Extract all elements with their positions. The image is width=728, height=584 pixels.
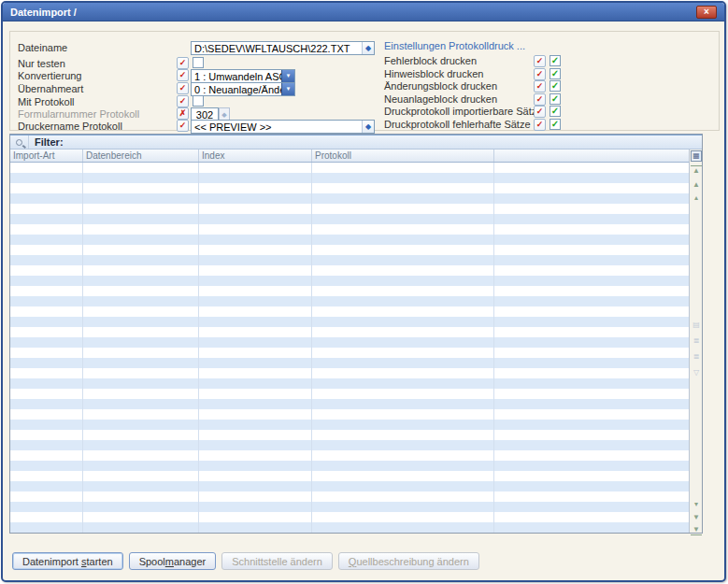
scroll-to-top-icon[interactable]: ▲ xyxy=(691,165,702,177)
grid-row[interactable] xyxy=(10,163,690,173)
column-header[interactable]: Import-Art xyxy=(10,150,83,162)
modified-check-icon[interactable]: ✓ xyxy=(177,82,189,94)
grid-cell xyxy=(494,306,690,317)
grid-row[interactable] xyxy=(10,378,690,389)
printer-picker-icon[interactable]: ◆ xyxy=(362,121,374,133)
nur-testen-label: Nur testen xyxy=(18,58,65,69)
grid-row[interactable] xyxy=(10,481,690,491)
protokolldruck-checkbox[interactable]: ✓ xyxy=(550,119,561,130)
search-icon[interactable] xyxy=(10,135,29,149)
row-down-icon[interactable]: ▾ xyxy=(691,499,702,510)
grid-row[interactable] xyxy=(10,368,690,378)
list-icon[interactable]: ≣ xyxy=(691,351,702,363)
column-header[interactable]: Protokoll xyxy=(312,150,494,162)
protokolldruck-checkbox[interactable]: ✓ xyxy=(550,93,561,105)
row-up-icon[interactable]: ▴ xyxy=(691,192,702,204)
modified-check-icon[interactable]: ✓ xyxy=(534,55,546,67)
grid-row[interactable] xyxy=(10,420,690,430)
grid-row[interactable] xyxy=(10,502,690,512)
column-header[interactable]: Datenbereich xyxy=(83,150,199,162)
datenimport-starten-button[interactable]: Datenimport starten xyxy=(12,552,123,570)
protokolldruck-checkbox[interactable]: ✓ xyxy=(550,106,561,117)
modified-check-icon[interactable]: ✓ xyxy=(177,120,189,132)
modified-check-icon[interactable]: ✓ xyxy=(177,57,189,69)
protokolldruck-checkbox[interactable]: ✓ xyxy=(550,80,561,92)
grid-row[interactable] xyxy=(10,440,690,450)
grid-row[interactable] xyxy=(10,389,690,399)
grid-row[interactable] xyxy=(10,214,690,224)
scroll-up-icon[interactable]: ▲ xyxy=(691,179,702,191)
grid-row[interactable] xyxy=(10,512,690,522)
modified-check-icon[interactable]: ✓ xyxy=(177,69,189,81)
grid-row[interactable] xyxy=(10,450,690,461)
grid-row[interactable] xyxy=(10,265,690,276)
grid-row[interactable] xyxy=(10,348,690,358)
grid-row[interactable] xyxy=(10,183,690,193)
close-icon[interactable]: × xyxy=(696,6,717,19)
column-header[interactable] xyxy=(494,150,690,162)
grid-row[interactable] xyxy=(10,286,690,296)
filter-funnel-icon[interactable]: ▽ xyxy=(691,367,702,378)
modified-check-icon[interactable]: ✓ xyxy=(534,106,546,118)
protokolldruck-checkbox[interactable]: ✓ xyxy=(550,68,561,79)
dateiname-input[interactable]: D:\SEDEV\WFLTAUSCH\222.TXT ◆ xyxy=(191,41,375,55)
chevron-down-icon[interactable]: ▼ xyxy=(281,70,294,82)
uebernahmeart-dropdown[interactable]: 0 : Neuanlage/Änderung ▼ xyxy=(191,82,295,96)
grid-cell xyxy=(83,430,199,440)
grid-cell xyxy=(494,317,690,327)
grid-row[interactable] xyxy=(10,522,690,533)
grid-row[interactable] xyxy=(10,337,690,348)
grid-row[interactable] xyxy=(10,296,690,306)
file-picker-icon[interactable]: ◆ xyxy=(362,42,374,54)
protokolldruck-option-label: Hinweisblock drucken xyxy=(384,68,483,79)
chevron-down-icon[interactable]: ▼ xyxy=(281,83,294,95)
modified-check-icon[interactable]: ✓ xyxy=(534,80,546,93)
schnittstelle-aendern-button[interactable]: Schnittstelle ändern xyxy=(221,552,333,570)
grid-row[interactable] xyxy=(10,471,690,481)
grid-cell xyxy=(83,235,199,245)
protokolldruck-checkbox[interactable]: ✓ xyxy=(550,55,561,66)
view-rows-icon[interactable]: ▤ xyxy=(691,320,702,331)
grid-row[interactable] xyxy=(10,245,690,255)
druckername-dropdown[interactable]: << PREVIEW >> ◆ xyxy=(191,120,375,134)
grid-cell xyxy=(312,163,494,173)
grid-row[interactable] xyxy=(10,235,690,245)
grid-row[interactable] xyxy=(10,327,690,337)
search-rows-icon[interactable]: ≣ xyxy=(691,335,702,347)
grid-cell xyxy=(83,337,199,348)
grid-row[interactable] xyxy=(10,461,690,471)
spoolmanager-button[interactable]: Spoolmanager xyxy=(129,552,217,570)
grid-cell xyxy=(494,430,690,440)
grid-cell xyxy=(494,255,690,265)
grid-row[interactable] xyxy=(10,204,690,214)
grid-row[interactable] xyxy=(10,399,690,409)
nur-testen-checkbox[interactable] xyxy=(193,57,204,68)
grid-row[interactable] xyxy=(10,276,690,286)
modified-check-icon[interactable]: ✓ xyxy=(534,93,546,106)
grid-cell xyxy=(10,276,83,286)
grid-row[interactable] xyxy=(10,224,690,235)
grid-row[interactable] xyxy=(10,255,690,265)
grid-row[interactable] xyxy=(10,358,690,368)
uebernahmeart-row: Übernahmeart ✓ 0 : Neuanlage/Änderung ▼ xyxy=(10,82,384,96)
grid-row[interactable] xyxy=(10,173,690,183)
scroll-to-bottom-icon[interactable]: ▼ xyxy=(691,524,702,535)
quellbeschreibung-aendern-button[interactable]: Quellbeschreibung ändern xyxy=(338,552,479,570)
modified-check-icon[interactable]: ✓ xyxy=(177,95,189,107)
grid-row[interactable] xyxy=(10,491,690,502)
grid-row[interactable] xyxy=(10,306,690,317)
column-header[interactable]: Index xyxy=(199,150,312,162)
mit-protokoll-checkbox[interactable] xyxy=(193,95,204,107)
grid-row[interactable] xyxy=(10,317,690,327)
grid-row[interactable] xyxy=(10,430,690,440)
modified-cross-icon[interactable]: ✗ xyxy=(177,107,189,120)
modified-check-icon[interactable]: ✓ xyxy=(534,119,546,131)
grid-row[interactable] xyxy=(10,409,690,420)
grid-cell xyxy=(312,491,494,502)
konvertierung-dropdown[interactable]: 1 : Umwandeln ASCII/ANSI ▼ xyxy=(191,69,295,83)
grid-row[interactable] xyxy=(10,193,690,204)
grid-cell xyxy=(10,471,83,481)
column-chooser-icon[interactable]: ▦ xyxy=(691,150,702,162)
modified-check-icon[interactable]: ✓ xyxy=(534,68,546,80)
scroll-down-icon[interactable]: ▼ xyxy=(691,512,702,523)
